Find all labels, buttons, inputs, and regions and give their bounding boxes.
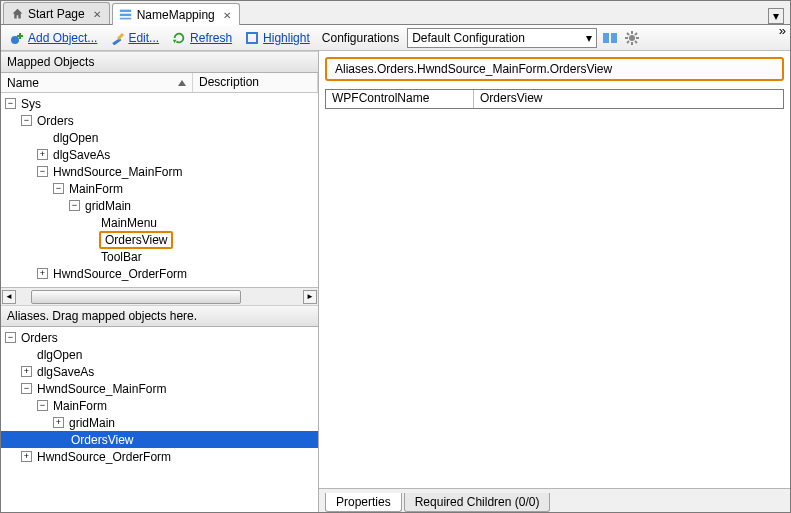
alias-node-dlgopen[interactable]: dlgOpen	[1, 346, 318, 363]
tab-name-mapping[interactable]: NameMapping ✕	[112, 3, 240, 25]
right-panel: Aliases.Orders.HwndSource_MainForm.Order…	[319, 51, 790, 512]
tree-node-mainform[interactable]: −MainForm	[1, 180, 318, 197]
tab-label: Start Page	[28, 7, 85, 21]
column-name[interactable]: Name	[1, 73, 193, 92]
svg-rect-2	[120, 18, 131, 20]
svg-marker-8	[173, 39, 177, 43]
button-label: Refresh	[190, 31, 232, 45]
collapse-icon[interactable]: −	[69, 200, 80, 211]
mapped-objects-header: Mapped Objects	[1, 51, 318, 73]
button-label: Highlight	[263, 31, 310, 45]
scroll-right-icon[interactable]: ►	[303, 290, 317, 304]
collapse-icon[interactable]: −	[37, 166, 48, 177]
svg-marker-7	[117, 33, 124, 40]
svg-line-18	[635, 41, 637, 43]
main-area: Mapped Objects Name Description −Sys −Or…	[1, 51, 790, 512]
svg-line-19	[627, 41, 629, 43]
properties-table: WPFControlName OrdersView	[325, 89, 784, 109]
mapped-horizontal-scrollbar[interactable]: ◄ ►	[1, 287, 318, 305]
tree-node-toolbar[interactable]: ToolBar	[1, 248, 318, 265]
home-icon	[10, 7, 24, 21]
collapse-icon[interactable]: −	[21, 115, 32, 126]
collapse-icon[interactable]: −	[5, 332, 16, 343]
button-label: Add Object...	[28, 31, 97, 45]
expand-icon[interactable]: +	[37, 149, 48, 160]
dropdown-value: Default Configuration	[412, 31, 525, 45]
expand-icon[interactable]: +	[21, 451, 32, 462]
scroll-left-icon[interactable]: ◄	[2, 290, 16, 304]
collapse-icon[interactable]: −	[5, 98, 16, 109]
sort-asc-icon	[178, 80, 186, 86]
svg-point-3	[11, 36, 19, 44]
tree-node-dlgopen[interactable]: dlgOpen	[1, 129, 318, 146]
settings-button[interactable]	[623, 29, 641, 47]
tab-required-children[interactable]: Required Children (0/0)	[404, 493, 551, 512]
refresh-button[interactable]: Refresh	[167, 27, 236, 49]
mapped-objects-tree: −Sys −Orders dlgOpen +dlgSaveAs −HwndSou…	[1, 93, 318, 287]
alias-node-hwnd-main[interactable]: −HwndSource_MainForm	[1, 380, 318, 397]
expand-icon[interactable]: +	[21, 366, 32, 377]
tab-start-page[interactable]: Start Page ✕	[3, 2, 110, 24]
toolbar: Add Object... Edit... Refresh Highlight …	[1, 25, 790, 51]
tree-node-mainmenu[interactable]: MainMenu	[1, 214, 318, 231]
tree-node-gridmain[interactable]: −gridMain	[1, 197, 318, 214]
chevron-down-icon: ▾	[586, 31, 592, 45]
mapping-icon	[119, 8, 133, 22]
expand-icon[interactable]: +	[37, 268, 48, 279]
editor-tab-strip: Start Page ✕ NameMapping ✕ ▾	[1, 1, 790, 25]
close-icon[interactable]: ✕	[223, 10, 233, 20]
alias-node-orders[interactable]: −Orders	[1, 329, 318, 346]
refresh-icon	[171, 30, 187, 46]
aliases-header: Aliases. Drag mapped objects here.	[1, 305, 318, 327]
tree-node-orders[interactable]: −Orders	[1, 112, 318, 129]
sync-button[interactable]	[601, 29, 619, 47]
collapse-icon[interactable]: −	[37, 400, 48, 411]
tree-node-ordersview[interactable]: OrdersView	[1, 231, 318, 248]
column-label: Name	[7, 76, 39, 90]
add-object-button[interactable]: Add Object...	[5, 27, 101, 49]
alias-node-ordersview[interactable]: OrdersView	[1, 431, 318, 448]
alias-node-mainform[interactable]: −MainForm	[1, 397, 318, 414]
svg-point-12	[629, 35, 635, 41]
tab-list-dropdown[interactable]: ▾	[768, 8, 784, 24]
close-icon[interactable]: ✕	[93, 9, 103, 19]
tab-properties[interactable]: Properties	[325, 493, 402, 512]
svg-rect-5	[17, 35, 23, 37]
svg-rect-1	[120, 14, 131, 16]
tree-node-dlgsaveas[interactable]: +dlgSaveAs	[1, 146, 318, 163]
svg-rect-0	[120, 10, 131, 12]
highlight-button[interactable]: Highlight	[240, 27, 314, 49]
configurations-label[interactable]: Configurations	[318, 31, 403, 45]
left-panel: Mapped Objects Name Description −Sys −Or…	[1, 51, 319, 512]
svg-rect-10	[603, 33, 609, 43]
toolbar-overflow-icon[interactable]: »	[779, 23, 786, 38]
expand-icon[interactable]: +	[53, 417, 64, 428]
svg-rect-6	[113, 37, 122, 44]
right-fill	[319, 109, 790, 488]
highlight-icon	[244, 30, 260, 46]
configuration-dropdown[interactable]: Default Configuration ▾	[407, 28, 597, 48]
aliases-tree: −Orders dlgOpen +dlgSaveAs −HwndSource_M…	[1, 327, 318, 512]
tree-node-sys[interactable]: −Sys	[1, 95, 318, 112]
bottom-tab-strip: Properties Required Children (0/0)	[319, 488, 790, 512]
scroll-thumb[interactable]	[31, 290, 241, 304]
collapse-icon[interactable]: −	[53, 183, 64, 194]
svg-line-20	[635, 33, 637, 35]
button-label: Edit...	[128, 31, 159, 45]
tree-node-hwnd-order[interactable]: +HwndSource_OrderForm	[1, 265, 318, 282]
property-name-cell[interactable]: WPFControlName	[326, 90, 474, 108]
edit-icon	[109, 30, 125, 46]
edit-button[interactable]: Edit...	[105, 27, 163, 49]
tree-node-hwnd-main[interactable]: −HwndSource_MainForm	[1, 163, 318, 180]
object-path: Aliases.Orders.HwndSource_MainForm.Order…	[325, 57, 784, 81]
add-object-icon	[9, 30, 25, 46]
collapse-icon[interactable]: −	[21, 383, 32, 394]
alias-node-hwnd-order[interactable]: +HwndSource_OrderForm	[1, 448, 318, 465]
alias-node-dlgsaveas[interactable]: +dlgSaveAs	[1, 363, 318, 380]
chevron-down-icon: ▾	[773, 9, 779, 23]
svg-line-17	[627, 33, 629, 35]
tab-label: NameMapping	[137, 8, 215, 22]
property-value-cell[interactable]: OrdersView	[474, 90, 783, 108]
alias-node-gridmain[interactable]: +gridMain	[1, 414, 318, 431]
column-description[interactable]: Description	[193, 73, 318, 92]
